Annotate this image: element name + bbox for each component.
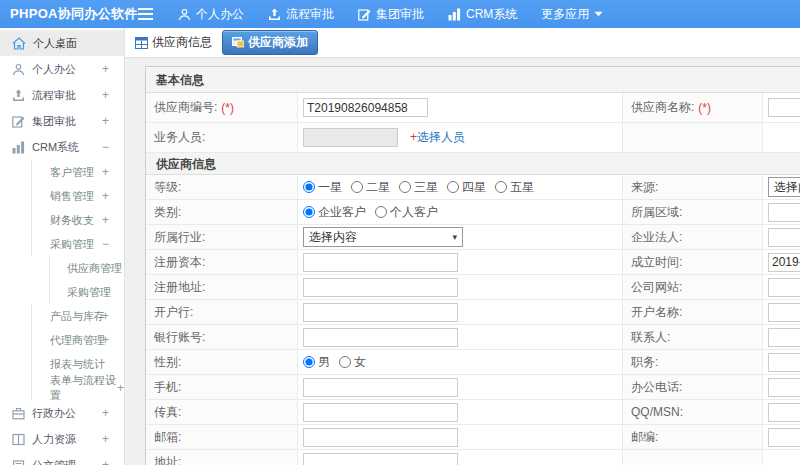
- field-content: 男女: [303, 354, 375, 371]
- region-input[interactable]: [768, 203, 800, 222]
- field-label-cell: 办公电话:: [623, 375, 763, 399]
- expand-plus-icon[interactable]: +: [102, 165, 109, 179]
- fax-input[interactable]: [303, 403, 458, 422]
- expand-plus-icon[interactable]: +: [102, 432, 109, 446]
- level-radio[interactable]: [351, 181, 363, 193]
- gender-radio[interactable]: [303, 356, 315, 368]
- level-radio-option[interactable]: 四星: [447, 179, 486, 196]
- registered-address-input[interactable]: [303, 278, 458, 297]
- sidebar-item-product-stock[interactable]: 产品与库存+: [31, 304, 124, 328]
- field-label: 供应商名称:: [631, 99, 694, 116]
- field-label: 联系人:: [631, 329, 670, 346]
- sidebar-item-workflow-approval[interactable]: 流程审批+: [0, 82, 124, 108]
- expand-plus-icon[interactable]: +: [117, 381, 124, 395]
- address-input[interactable]: [303, 453, 458, 465]
- field-label-cell: 所属区域:: [623, 200, 763, 224]
- sidebar-item-customer-mgmt[interactable]: 客户管理+: [31, 160, 124, 184]
- level-radio-option[interactable]: 三星: [399, 179, 438, 196]
- sidebar-item-form-flow-setting[interactable]: 表单与流程设置+: [31, 376, 124, 400]
- field-cell: [763, 350, 800, 374]
- supplier-name-input[interactable]: [768, 98, 800, 117]
- supplier-code-input[interactable]: [303, 98, 428, 117]
- expand-plus-icon[interactable]: +: [102, 114, 109, 128]
- crm-system-icon: [12, 141, 25, 154]
- form-row: 银行账号:联系人:: [146, 325, 800, 350]
- caret-down-icon: ▾: [452, 232, 457, 242]
- position-input[interactable]: [768, 353, 800, 372]
- field-cell: [298, 450, 623, 465]
- mobile-input[interactable]: [303, 378, 458, 397]
- expand-plus-icon[interactable]: +: [102, 88, 109, 102]
- gender-radio-option[interactable]: 男: [303, 354, 330, 371]
- tab-supplier-add[interactable]: 供应商添加: [222, 30, 318, 55]
- sidebar-item-admin-office[interactable]: 行政办公+: [0, 400, 124, 426]
- industry-select[interactable]: 选择内容▾: [303, 227, 463, 247]
- gender-radio-option[interactable]: 女: [339, 354, 366, 371]
- field-cell: [298, 93, 623, 122]
- expand-plus-icon[interactable]: +: [102, 458, 109, 465]
- registered-capital-input[interactable]: [303, 253, 458, 272]
- collapse-minus-icon[interactable]: −: [102, 237, 109, 251]
- level-radio-option[interactable]: 二星: [351, 179, 390, 196]
- category-radio-option[interactable]: 企业客户: [303, 204, 366, 221]
- sidebar-item-document-mgmt[interactable]: 公文管理+: [0, 452, 124, 465]
- level-radio[interactable]: [495, 181, 507, 193]
- menu-toggle-icon[interactable]: [128, 8, 162, 20]
- sidebar-item-crm-system[interactable]: CRM系统−: [0, 134, 124, 160]
- website-input[interactable]: [768, 278, 800, 297]
- section-basic-title: 基本信息: [146, 67, 800, 93]
- expand-plus-icon[interactable]: +: [102, 189, 109, 203]
- sidebar-item-human-resource[interactable]: 人力资源+: [0, 426, 124, 452]
- nav-workflow-approval[interactable]: 流程审批: [268, 0, 334, 28]
- contact-input[interactable]: [768, 328, 800, 347]
- level-radio[interactable]: [399, 181, 411, 193]
- collapse-minus-icon[interactable]: −: [102, 140, 109, 154]
- account-name-input[interactable]: [768, 303, 800, 322]
- expand-plus-icon[interactable]: +: [102, 62, 109, 76]
- source-select[interactable]: 选择内容▾: [768, 177, 800, 197]
- category-radio-option[interactable]: 个人客户: [375, 204, 438, 221]
- legal-person-input[interactable]: [768, 228, 800, 247]
- field-content: [303, 328, 458, 347]
- category-radio[interactable]: [303, 206, 315, 218]
- sidebar-item-sales-mgmt[interactable]: 销售管理+: [31, 184, 124, 208]
- sidebar-item-agent-mgmt[interactable]: 代理商管理+: [31, 328, 124, 352]
- category-radio[interactable]: [375, 206, 387, 218]
- sidebar-item-purchase-mgmt[interactable]: 采购管理−: [31, 232, 124, 256]
- expand-plus-icon[interactable]: +: [102, 406, 109, 420]
- field-label: 所属区域:: [631, 204, 682, 221]
- sidebar: 个人桌面个人办公+流程审批+集团审批+CRM系统−客户管理+销售管理+财务收支+…: [0, 28, 125, 465]
- staff-input[interactable]: [303, 128, 398, 147]
- level-radio[interactable]: [447, 181, 459, 193]
- bank-account-input[interactable]: [303, 328, 458, 347]
- field-cell: 选择内容▾: [763, 175, 800, 199]
- expand-plus-icon[interactable]: +: [102, 309, 109, 323]
- sidebar-item-group-approval[interactable]: 集团审批+: [0, 108, 124, 134]
- sidebar-item-personal-desktop[interactable]: 个人桌面: [0, 30, 124, 56]
- sidebar-item-label: 采购管理: [50, 237, 94, 252]
- human-resource-icon: [12, 433, 25, 446]
- nav-personal-office[interactable]: 个人办公: [178, 0, 244, 28]
- established-date-input[interactable]: [768, 253, 800, 272]
- office-phone-input[interactable]: [768, 378, 800, 397]
- gender-radio[interactable]: [339, 356, 351, 368]
- nav-more-apps[interactable]: 更多应用: [541, 0, 603, 28]
- zip-input[interactable]: [768, 428, 800, 447]
- nav-crm-system[interactable]: CRM系统: [448, 0, 517, 28]
- sidebar-item-personal-office[interactable]: 个人办公+: [0, 56, 124, 82]
- sidebar-item-label: 集团审批: [32, 114, 76, 129]
- bank-input[interactable]: [303, 303, 458, 322]
- level-radio-option[interactable]: 五星: [495, 179, 534, 196]
- sidebar-item-finance-mgmt[interactable]: 财务收支+: [31, 208, 124, 232]
- nav-group-approval[interactable]: 集团审批: [358, 0, 424, 28]
- expand-plus-icon[interactable]: +: [102, 213, 109, 227]
- level-radio[interactable]: [303, 181, 315, 193]
- tab-supplier-info[interactable]: 供应商信息: [135, 34, 212, 51]
- qq-msn-input[interactable]: [768, 403, 800, 422]
- email-input[interactable]: [303, 428, 458, 447]
- sidebar-item-purchasing[interactable]: 采购管理: [49, 280, 124, 304]
- level-radio-option[interactable]: 一星: [303, 179, 342, 196]
- expand-plus-icon[interactable]: +: [102, 333, 109, 347]
- sidebar-item-supplier-mgmt[interactable]: 供应商管理: [49, 256, 124, 280]
- choose-staff-link[interactable]: +选择人员: [410, 129, 465, 146]
